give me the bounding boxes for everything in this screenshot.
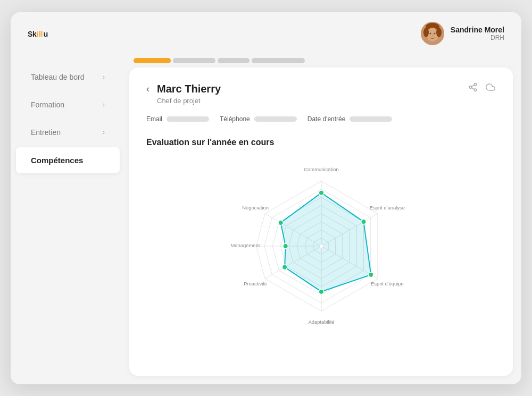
sidebar-item-label: Compétences [31,156,83,165]
svg-text:Sk: Sk [28,29,37,38]
entry-date-label: Date d'entrée [307,115,346,123]
app-container: Sk i ll up [11,12,521,384]
svg-point-26 [368,272,373,277]
body: Tableau de bord › Formation › Entretien … [11,53,521,384]
logo-svg: Sk i ll up [28,26,48,41]
svg-line-15 [471,88,474,89]
svg-point-25 [361,219,365,224]
svg-text:ll: ll [39,29,43,38]
profile-header: ‹ Marc Thierry Chef de projet [146,82,496,105]
entry-date-value [350,116,392,122]
avatar [421,22,444,45]
svg-point-7 [423,28,429,37]
radar-chart: CommunicationEsprit d'analyseEsprit d'éq… [188,161,454,331]
sidebar-item-competences[interactable]: Compétences [16,147,120,173]
logo: Sk i ll up [28,26,48,41]
sidebar: Tableau de bord › Formation › Entretien … [11,53,125,384]
tab-2[interactable] [173,58,215,63]
content-card: ‹ Marc Thierry Chef de projet [129,68,513,376]
svg-point-11 [432,35,433,36]
email-label: Email [146,115,162,123]
svg-point-28 [282,265,287,269]
svg-text:Management: Management [230,242,260,248]
phone-field-group: Téléphone [220,115,297,123]
tab-3[interactable] [218,58,250,63]
svg-text:Esprit d'équipe: Esprit d'équipe [370,281,403,287]
profile-title: Chef de projet [157,97,221,105]
tab-4[interactable] [252,58,305,63]
svg-point-30 [278,220,283,225]
svg-point-8 [436,28,442,37]
sidebar-item-label: Formation [31,100,64,109]
profile-info: Marc Thierry Chef de projet [157,82,221,105]
phone-value [254,116,297,122]
chevron-right-icon: › [103,129,105,136]
sidebar-item-label: Entretien [31,128,61,137]
avatar-image [421,22,444,45]
share-icon[interactable] [468,82,478,94]
sidebar-item-entretien[interactable]: Entretien › [16,120,120,145]
svg-text:Esprit d'analyse: Esprit d'analyse [369,204,404,210]
phone-label: Téléphone [220,115,250,123]
cloud-icon[interactable] [485,82,496,94]
evaluation-title: Evaluation sur l'année en cours [146,138,496,147]
tab-bar [125,53,521,63]
svg-text:i: i [36,29,38,38]
sidebar-item-label: Tableau de bord [31,73,84,81]
svg-point-10 [434,32,435,34]
profile-actions [468,82,496,94]
tab-bar-wrapper [125,53,521,63]
chevron-right-icon: › [103,101,105,108]
user-role: DRH [451,34,504,41]
user-details: Sandrine Morel DRH [451,26,504,41]
svg-text:Communication: Communication [304,166,338,172]
svg-text:Négociation: Négociation [242,204,269,210]
user-name: Sandrine Morel [451,26,504,34]
svg-point-27 [319,289,323,293]
profile-name: Marc Thierry [157,82,221,95]
email-value [167,116,209,122]
sidebar-item-tableau-de-bord[interactable]: Tableau de bord › [16,64,120,90]
email-field-group: Email [146,115,209,123]
svg-text:Adaptabilité: Adaptabilité [308,318,334,324]
tab-1[interactable] [134,58,171,63]
fields-row: Email Téléphone Date d'entrée [146,115,496,123]
svg-point-9 [429,32,431,34]
sidebar-item-formation[interactable]: Formation › [16,92,120,117]
chevron-right-icon: › [103,73,105,81]
svg-text:up: up [44,29,48,38]
user-info: Sandrine Morel DRH [421,22,504,45]
profile-header-left: ‹ Marc Thierry Chef de projet [146,82,221,105]
main-content: ‹ Marc Thierry Chef de projet [125,53,521,384]
header: Sk i ll up [11,12,521,53]
svg-line-16 [471,85,474,86]
svg-point-24 [319,190,323,195]
svg-point-31 [319,244,323,248]
radar-chart-container: CommunicationEsprit d'analyseEsprit d'éq… [146,156,496,336]
svg-text:Proactivité: Proactivité [244,281,267,287]
back-button[interactable]: ‹ [146,83,149,95]
svg-point-29 [283,243,288,248]
entry-date-field-group: Date d'entrée [307,115,393,123]
